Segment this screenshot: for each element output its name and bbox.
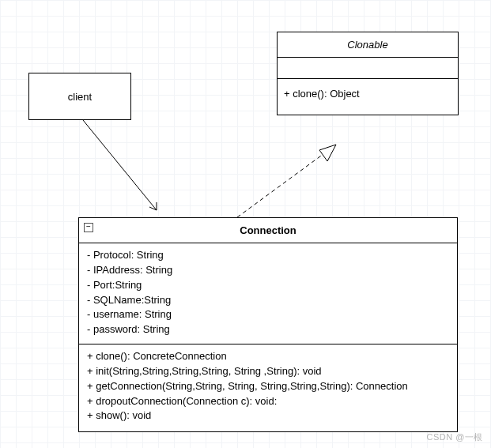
clonable-empty-compartment: [278, 58, 458, 79]
clonable-operations: + clone(): Object: [278, 79, 458, 115]
connection-op: + dropoutConnection(Connection c): void:: [87, 394, 449, 409]
client-node: client: [28, 73, 131, 120]
connection-op: + init(String,String,String,String, Stri…: [87, 364, 449, 379]
connection-attr: - Port:String: [87, 278, 449, 293]
client-label: client: [68, 91, 92, 103]
connection-op: + clone(): ConcreteConnection: [87, 349, 449, 364]
connection-op: + getConnection(String,String, String, S…: [87, 379, 449, 394]
connection-attr: - SQLName:String: [87, 293, 449, 308]
watermark: CSDN @一根: [427, 431, 483, 443]
collapse-icon[interactable]: −: [84, 223, 93, 232]
connection-attr: - Protocol: String: [87, 248, 449, 263]
clonable-interface: Clonable + clone(): Object: [277, 32, 459, 115]
connection-class: − Connection - Protocol: String - IPAddr…: [78, 217, 458, 432]
connection-operations: + clone(): ConcreteConnection + init(Str…: [79, 344, 457, 431]
clonable-op: + clone(): Object: [284, 87, 451, 102]
connection-attributes: - Protocol: String - IPAddress: String -…: [79, 243, 457, 344]
clonable-title: Clonable: [278, 32, 458, 58]
connection-op: + show(): void: [87, 408, 449, 424]
connection-title: Connection: [240, 224, 296, 236]
connection-attr: - password: String: [87, 322, 449, 337]
connection-attr: - username: String: [87, 307, 449, 322]
connection-attr: - IPAddress: String: [87, 263, 449, 278]
connection-header: − Connection: [79, 218, 457, 243]
